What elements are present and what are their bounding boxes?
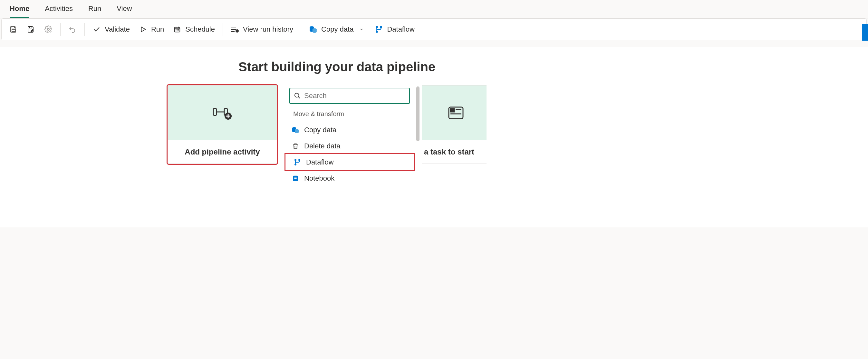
dataflow-icon	[293, 158, 302, 166]
divider	[301, 23, 301, 36]
card-label: a task to start	[422, 140, 487, 164]
save-button[interactable]	[5, 23, 22, 36]
svg-rect-27	[451, 109, 454, 112]
search-input[interactable]	[304, 91, 405, 100]
check-icon	[92, 25, 101, 33]
card-label: Add pipeline activity	[168, 140, 277, 164]
page-title: Start building your data pipeline	[239, 60, 855, 74]
svg-point-1	[48, 28, 49, 30]
svg-rect-0	[12, 30, 15, 32]
ribbon-tabs: Home Activities Run View	[0, 0, 868, 18]
menu-item-label: Copy data	[304, 126, 336, 134]
play-icon	[139, 25, 147, 33]
copy-data-label: Copy data	[321, 25, 353, 33]
pipeline-add-icon	[212, 105, 232, 121]
svg-marker-2	[141, 27, 145, 32]
tab-view[interactable]: View	[117, 4, 132, 18]
svg-rect-14	[213, 108, 217, 115]
run-button[interactable]: Run	[134, 23, 168, 36]
card-illustration	[168, 85, 277, 140]
add-pipeline-activity-card[interactable]: Add pipeline activity	[167, 85, 277, 164]
svg-point-17	[295, 93, 299, 98]
copy-data-button[interactable]: Copy data	[305, 23, 370, 36]
chevron-down-icon	[357, 25, 366, 33]
menu-item-label: Notebook	[304, 174, 335, 183]
template-icon	[448, 106, 464, 120]
schedule-label: Schedule	[185, 25, 215, 33]
history-list-icon	[231, 25, 239, 33]
copy-data-icon	[309, 25, 317, 33]
menu-item-label: Delete data	[304, 142, 341, 150]
calendar-icon	[173, 25, 181, 33]
copy-data-icon	[291, 126, 300, 134]
validate-button[interactable]: Validate	[88, 23, 134, 36]
card-illustration	[422, 85, 487, 140]
undo-icon	[68, 25, 77, 33]
svg-point-5	[177, 30, 178, 30]
view-run-history-label: View run history	[243, 25, 293, 33]
tab-run[interactable]: Run	[88, 4, 101, 18]
svg-point-13	[376, 31, 378, 33]
gear-icon	[44, 25, 53, 33]
menu-item-copy-data[interactable]: Copy data	[283, 122, 415, 138]
trash-icon	[291, 142, 300, 150]
scrollbar[interactable]	[416, 86, 420, 141]
more-toolbar-cutoff	[862, 24, 867, 40]
start-cards: Add pipeline activity Move & transform C…	[167, 85, 855, 190]
validate-label: Validate	[105, 25, 130, 33]
toolbar: Validate Run Schedule View run history C…	[1, 18, 867, 40]
save-icon	[9, 25, 18, 33]
undo-button[interactable]	[64, 23, 81, 36]
tab-home[interactable]: Home	[10, 4, 29, 18]
settings-button[interactable]	[40, 23, 57, 36]
svg-point-21	[298, 159, 300, 161]
schedule-button[interactable]: Schedule	[168, 23, 219, 36]
pipeline-canvas: Start building your data pipeline Add pi…	[0, 47, 868, 227]
menu-item-dataflow[interactable]: Dataflow	[285, 154, 414, 170]
svg-point-11	[376, 26, 378, 28]
tab-activities[interactable]: Activities	[45, 4, 73, 18]
search-box[interactable]	[289, 88, 410, 104]
run-label: Run	[151, 25, 164, 33]
menu-item-label: Dataflow	[306, 158, 334, 166]
svg-rect-24	[294, 177, 297, 177]
svg-rect-25	[294, 178, 297, 179]
menu-section-label: Move & transform	[287, 108, 412, 120]
svg-point-12	[380, 26, 382, 28]
notebook-icon	[291, 174, 300, 183]
svg-point-6	[178, 30, 179, 30]
search-icon	[294, 92, 301, 99]
view-run-history-button[interactable]: View run history	[226, 23, 298, 36]
menu-item-delete-data[interactable]: Delete data	[283, 138, 415, 154]
divider	[60, 23, 61, 36]
save-edit-icon	[27, 25, 35, 33]
dataflow-button[interactable]: Dataflow	[370, 23, 419, 36]
save-as-button[interactable]	[22, 23, 40, 36]
menu-item-notebook[interactable]: Notebook	[283, 170, 415, 187]
divider	[223, 23, 223, 36]
dataflow-icon	[375, 25, 383, 33]
svg-point-4	[176, 30, 177, 30]
svg-point-20	[294, 159, 297, 161]
activity-picker-dropdown: Move & transform Copy data Delete data D…	[283, 85, 415, 190]
dataflow-label: Dataflow	[387, 25, 415, 33]
choose-task-card[interactable]: a task to start	[422, 85, 487, 164]
svg-point-22	[294, 164, 297, 165]
